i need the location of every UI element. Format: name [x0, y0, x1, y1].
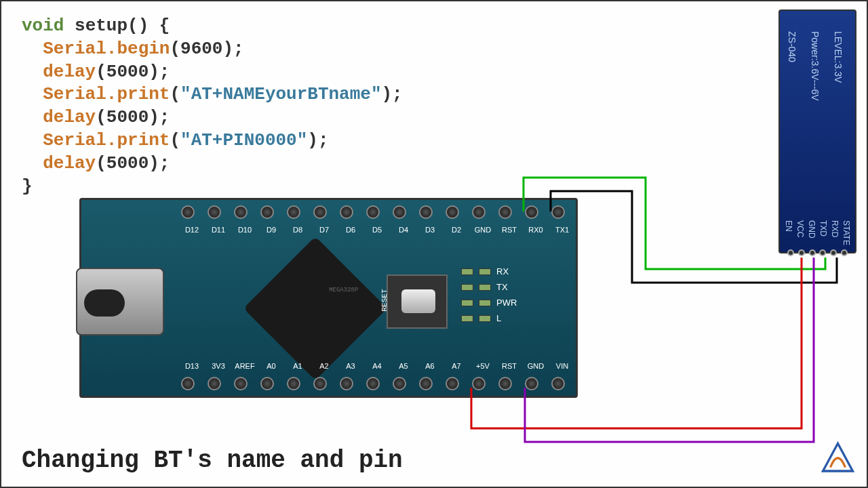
top-pin-row: [180, 205, 566, 219]
pin-RST: [498, 205, 512, 219]
label-D2: D2: [444, 226, 469, 234]
reset-button[interactable]: [401, 289, 435, 313]
delay3: delay: [43, 153, 96, 174]
caption: Changing BT's name and pin: [22, 447, 403, 474]
pin-A0: [260, 377, 274, 390]
at-pin: "AT+PIN0000": [180, 130, 307, 150]
baud: (9600);: [170, 39, 243, 59]
bot-pin-labels: D133V3AREFA0A1A2A3A4A5A6A7+5VRSTGNDVIN: [180, 362, 574, 370]
delay3-arg: (5000);: [96, 153, 170, 174]
bot-pin-row: [180, 377, 566, 390]
pin-TX1: [551, 205, 565, 219]
label-A6: A6: [418, 362, 442, 370]
pin-A6: [419, 377, 433, 390]
delay1: delay: [43, 62, 96, 82]
label-A3: A3: [338, 362, 363, 370]
top-pin-labels: D12D11D10D9D8D7D6D5D4D3D2GNDRSTRX0TX1: [180, 226, 574, 234]
label-TX1: TX1: [550, 226, 574, 234]
pin-A2: [313, 377, 327, 390]
serial2: Serial: [43, 84, 106, 104]
print2: .print: [106, 130, 170, 150]
delay2-arg: (5000);: [96, 107, 170, 127]
pin-D10: [234, 205, 248, 219]
label-3V3: 3V3: [206, 362, 231, 370]
pin-D3: [419, 205, 433, 219]
bt-txd: TXD: [818, 220, 828, 245]
pin-A1: [287, 377, 300, 390]
bt-en: EN: [784, 220, 793, 245]
pin-D12: [181, 205, 195, 219]
delay2: delay: [43, 107, 96, 127]
close-brace: }: [22, 176, 33, 197]
pin-RST: [498, 377, 512, 390]
bt-level: LEVEL:3.3V: [833, 31, 844, 101]
label-D8: D8: [285, 226, 310, 234]
label-D13: D13: [180, 362, 204, 370]
bt-power: Power:3.6V---6V: [810, 31, 821, 101]
pin-A5: [393, 377, 406, 390]
label-A1: A1: [285, 362, 310, 370]
led-pwr: PWR: [496, 298, 517, 308]
bluetooth-module: ZS-040 Power:3.6V---6V LEVEL:3.3V EN VCC…: [778, 9, 856, 253]
at-name: "AT+NAMEyourBTname": [180, 84, 381, 104]
led-tx: TX: [496, 282, 508, 292]
arduino-nano-board: MEGA328P RESET RX TX PWR L D12D11D10D9D8…: [79, 198, 578, 398]
reset-label: RESET: [380, 289, 389, 311]
label-D7: D7: [312, 226, 336, 234]
pin-D13: [181, 377, 195, 390]
bt-rxd: RXD: [830, 220, 840, 245]
label-D3: D3: [418, 226, 442, 234]
label-D4: D4: [391, 226, 416, 234]
pin-+5V: [472, 377, 486, 390]
label-A4: A4: [365, 362, 389, 370]
bt-gnd: GND: [807, 220, 816, 245]
led-area: RX TX PWR L: [461, 261, 517, 329]
label-D5: D5: [365, 226, 389, 234]
label-RST: RST: [497, 226, 521, 234]
label-GND: GND: [524, 362, 548, 370]
pin-A3: [340, 377, 353, 390]
label-A7: A7: [444, 362, 469, 370]
label-D12: D12: [180, 226, 204, 234]
label-VIN: VIN: [550, 362, 574, 370]
pin-GND: [472, 205, 486, 219]
label-D6: D6: [338, 226, 363, 234]
pin-D6: [340, 205, 353, 219]
label-A0: A0: [259, 362, 283, 370]
label-D11: D11: [206, 226, 231, 234]
serial: Serial: [43, 39, 106, 59]
print1: .print: [106, 84, 170, 104]
pin-A7: [446, 377, 459, 390]
pin-D9: [260, 205, 274, 219]
delay1-arg: (5000);: [96, 62, 170, 82]
serial3: Serial: [43, 130, 106, 150]
label-AREF: AREF: [233, 362, 257, 370]
bt-pin-holes: [785, 249, 850, 256]
pin-VIN: [551, 377, 565, 390]
pin-GND: [525, 377, 538, 390]
sig: setup() {: [64, 16, 170, 36]
pin-RX0: [525, 205, 538, 219]
bt-vcc: VCC: [795, 220, 805, 245]
code-block: void setup() { Serial.begin(9600); delay…: [22, 15, 403, 198]
chip-label: MEGA328P: [329, 287, 358, 293]
pin-3V3: [208, 377, 221, 390]
bt-pin-labels: EN VCC GND TXD RXD STATE: [783, 220, 852, 245]
label-A2: A2: [312, 362, 336, 370]
led-rx: RX: [496, 266, 509, 277]
label-D9: D9: [259, 226, 283, 234]
kw-void: void: [22, 16, 64, 36]
label-A5: A5: [391, 362, 416, 370]
pin-D8: [287, 205, 300, 219]
led-l: L: [496, 313, 501, 323]
pin-D2: [446, 205, 459, 219]
pin-D11: [208, 205, 221, 219]
bt-model: ZS-040: [787, 31, 797, 101]
usb-port: [76, 268, 164, 336]
label-+5V: +5V: [471, 362, 495, 370]
pin-A4: [366, 377, 380, 390]
pin-D4: [393, 205, 406, 219]
label-GND: GND: [471, 226, 495, 234]
label-D10: D10: [233, 226, 257, 234]
bt-state: STATE: [842, 220, 851, 245]
